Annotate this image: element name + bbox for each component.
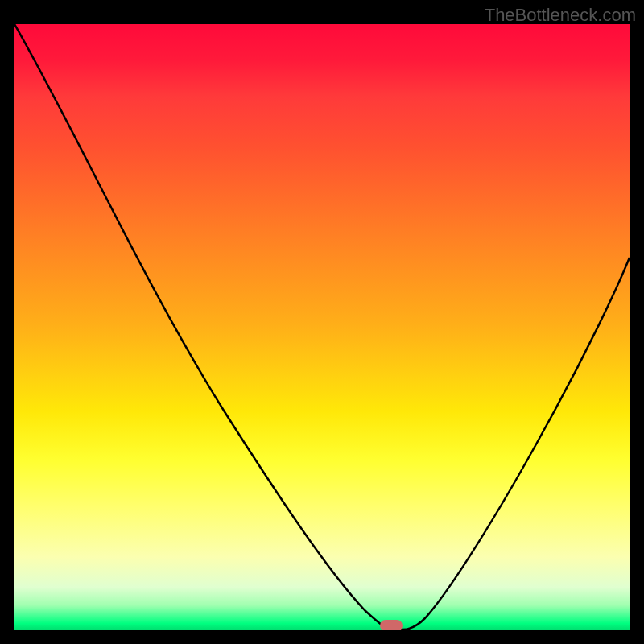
- bottleneck-curve: [14, 24, 630, 630]
- chart-plot-area: [14, 24, 630, 630]
- curve-path: [14, 24, 630, 630]
- watermark-text: TheBottleneck.com: [485, 5, 636, 26]
- optimal-marker: [380, 620, 402, 630]
